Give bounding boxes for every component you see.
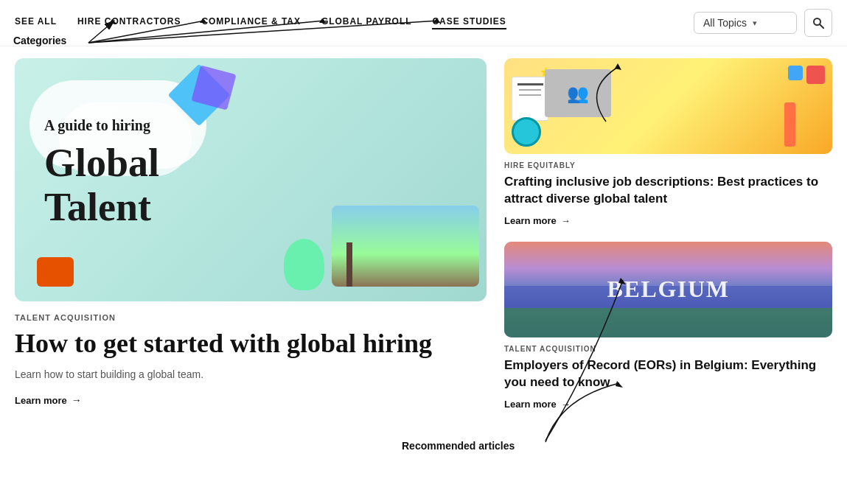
belgium-card: BELGIUM TALENT ACQUISITION Employers of … <box>504 242 832 410</box>
belgium-garden-decoration <box>504 308 832 337</box>
belgium-learn-more-label: Learn more <box>504 399 557 410</box>
hero-article-title: How to get started with global hiring <box>15 328 487 360</box>
people-photo-decoration: 👥 <box>545 69 611 117</box>
belgium-text-overlay: BELGIUM <box>607 276 730 303</box>
search-icon <box>812 17 824 29</box>
search-button[interactable] <box>804 9 832 37</box>
svg-point-0 <box>814 18 820 25</box>
paper-line-3 <box>519 94 541 96</box>
suitcase-decoration <box>37 257 74 287</box>
tropical-scene-decoration <box>332 206 479 287</box>
belgium-card-category: TALENT ACQUISITION <box>504 345 832 353</box>
hero-text-guide: A guide to hiring <box>44 117 150 134</box>
hero-text-talent: Talent <box>44 187 151 227</box>
hire-equitably-card: ★ 👥 HIRE EQUITABLY Crafting inclusive jo… <box>504 58 832 227</box>
main-nav: SEE ALL HIRE CONTRACTORS COMPLIANCE & TA… <box>0 0 847 46</box>
hero-learn-more-link[interactable]: Learn more → <box>15 394 82 406</box>
paper-decoration <box>512 77 548 121</box>
ladder-decoration <box>784 102 795 147</box>
hire-equitably-card-image[interactable]: ★ 👥 <box>504 58 832 154</box>
hero-article-category: TALENT ACQUISITION <box>15 313 487 322</box>
svg-line-1 <box>820 25 824 29</box>
nav-see-all[interactable]: SEE ALL <box>15 16 57 29</box>
nav-global-payroll[interactable]: GLOBAL PAYROLL <box>321 16 412 29</box>
nav-compliance-tax[interactable]: COMPLIANCE & TAX <box>201 16 300 29</box>
belgium-card-title: Employers of Record (EORs) in Belgium: E… <box>504 357 832 391</box>
paper-line-1 <box>517 83 543 85</box>
nav-hire-contractors[interactable]: HIRE CONTRACTORS <box>77 16 181 29</box>
monster-decoration <box>284 239 324 290</box>
right-column: ★ 👥 HIRE EQUITABLY Crafting inclusive jo… <box>504 58 832 425</box>
hire-equitably-arrow-icon: → <box>561 215 571 226</box>
paper-line-2 <box>519 89 541 91</box>
hero-learn-more-label: Learn more <box>15 395 67 406</box>
nav-items: SEE ALL HIRE CONTRACTORS COMPLIANCE & TA… <box>15 16 670 29</box>
hero-article-image[interactable]: A guide to hiring Global Talent <box>15 58 487 301</box>
main-content: A guide to hiring Global Talent TALENT A… <box>0 58 847 425</box>
belgium-learn-more-link[interactable]: Learn more → <box>504 399 571 410</box>
belgium-card-image[interactable]: BELGIUM <box>504 242 832 337</box>
hero-image-inner: A guide to hiring Global Talent <box>15 58 487 301</box>
hire-equitably-title: Crafting inclusive job descriptions: Bes… <box>504 174 832 208</box>
hero-article-description: Learn how to start building a global tea… <box>15 367 487 382</box>
puzzle-decoration-2 <box>788 66 803 80</box>
hero-text-global: Global <box>44 143 159 183</box>
recommended-annotation-text: Recommended articles <box>402 440 515 452</box>
left-column: A guide to hiring Global Talent TALENT A… <box>15 58 487 425</box>
topic-dropdown-label: All Topics <box>703 17 747 29</box>
hire-equitably-learn-more-label: Learn more <box>504 215 557 226</box>
nav-case-studies[interactable]: CASE STUDIES <box>432 16 506 29</box>
hire-equitably-learn-more-link[interactable]: Learn more → <box>504 215 571 226</box>
palm-decoration <box>346 242 352 287</box>
nav-right: All Topics ▾ <box>694 9 832 37</box>
people-icon: 👥 <box>567 83 589 104</box>
globe-decoration <box>512 117 541 147</box>
hire-equitably-category: HIRE EQUITABLY <box>504 161 832 169</box>
belgium-arrow-icon: → <box>561 399 571 410</box>
topic-dropdown[interactable]: All Topics ▾ <box>694 12 797 34</box>
arrow-right-icon: → <box>72 394 82 406</box>
puzzle-decoration-1 <box>806 66 825 84</box>
chevron-down-icon: ▾ <box>753 18 757 28</box>
